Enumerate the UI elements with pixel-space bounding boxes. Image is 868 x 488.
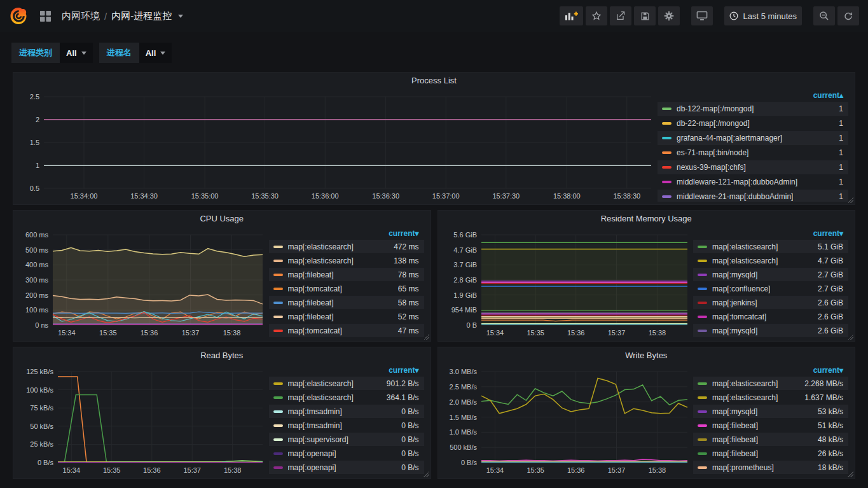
series-label[interactable]: es-71-map[:bin/node]: [677, 148, 748, 157]
time-range-picker[interactable]: Last 5 minutes: [724, 6, 802, 25]
series-label[interactable]: map[:elasticsearch]: [288, 379, 354, 388]
legend-row[interactable]: db-22-map[:/mongod]1: [658, 116, 848, 130]
legend-row[interactable]: map[:elasticsearch]2.268 MB/s: [693, 377, 848, 390]
legend-sort-header[interactable]: current▴: [658, 90, 848, 102]
series-label[interactable]: map[:mysqld]: [712, 270, 757, 279]
legend-row[interactable]: map[:elasticsearch]4.7 GiB: [693, 254, 848, 267]
series-label[interactable]: map[:mysqld]: [712, 326, 757, 335]
settings-button[interactable]: [658, 6, 680, 25]
series-color-marker[interactable]: [662, 181, 672, 183]
panel-title[interactable]: CPU Usage: [13, 211, 431, 227]
legend-row[interactable]: grafana-44-map[:alertmanager]1: [658, 131, 848, 145]
legend-row[interactable]: map[:tmsadmin]0 B/s: [269, 419, 424, 432]
series-color-marker[interactable]: [662, 195, 672, 198]
legend-row[interactable]: map[:mysqld]2.6 GiB: [693, 324, 848, 337]
series-color-marker[interactable]: [273, 260, 283, 262]
series-label[interactable]: map[:filebeat]: [712, 449, 758, 458]
legend-row[interactable]: map[:filebeat]58 ms: [269, 296, 424, 309]
series-label[interactable]: map[:jenkins]: [712, 298, 757, 307]
resident-memory-chart[interactable]: 0 B954 MiB1.9 GiB2.8 GiB3.7 GiB4.7 GiB5.…: [442, 227, 691, 338]
legend-row[interactable]: map[:tmsadmin]0 B/s: [269, 405, 424, 418]
series-label[interactable]: db-122-map[:/mongod]: [677, 104, 754, 113]
panel-title[interactable]: Write Bytes: [438, 347, 855, 364]
legend-row[interactable]: map[:tomcatcat]47 ms: [269, 324, 424, 337]
series-label[interactable]: map[:confluence]: [712, 284, 770, 293]
series-label[interactable]: map[:elasticsearch]: [712, 242, 778, 251]
series-color-marker[interactable]: [698, 452, 707, 455]
series-label[interactable]: map[:mysqld]: [712, 407, 757, 416]
series-color-marker[interactable]: [273, 452, 283, 455]
legend-row[interactable]: map[:elasticsearch]472 ms: [269, 240, 424, 253]
series-label[interactable]: grafana-44-map[:alertmanager]: [677, 134, 782, 143]
series-label[interactable]: map[:openapi]: [288, 449, 336, 458]
legend-row[interactable]: map[:mysqld]53 kB/s: [693, 405, 848, 418]
series-label[interactable]: map[:tmsadmin]: [288, 407, 342, 416]
series-label[interactable]: map[:elasticsearch]: [712, 379, 778, 388]
zoom-out-button[interactable]: [813, 6, 835, 25]
cpu-usage-chart[interactable]: 0 ns100 ms200 ms300 ms400 ms500 ms600 ms…: [17, 227, 266, 338]
series-color-marker[interactable]: [698, 260, 707, 262]
series-label[interactable]: map[:tomcatcat]: [288, 284, 342, 293]
series-color-marker[interactable]: [698, 246, 707, 248]
panel-resize-handle[interactable]: [424, 334, 429, 340]
series-color-marker[interactable]: [273, 302, 283, 304]
legend-row[interactable]: map[:filebeat]52 ms: [269, 310, 424, 323]
series-color-marker[interactable]: [662, 166, 672, 169]
legend-row[interactable]: map[:openapi]0 B/s: [269, 447, 424, 460]
series-label[interactable]: map[:filebeat]: [712, 435, 758, 444]
refresh-button[interactable]: [837, 6, 859, 25]
series-color-marker[interactable]: [698, 410, 707, 413]
legend-row[interactable]: map[:elasticsearch]1.637 MB/s: [693, 391, 848, 404]
series-label[interactable]: map[:filebeat]: [288, 298, 334, 307]
series-label[interactable]: map[:elasticsearch]: [712, 256, 778, 265]
series-label[interactable]: map[:tomcatcat]: [288, 326, 342, 335]
legend-row[interactable]: map[:confluence]2.7 GiB: [693, 282, 848, 295]
series-color-marker[interactable]: [698, 396, 707, 399]
star-button[interactable]: [586, 6, 607, 25]
save-button[interactable]: [634, 6, 656, 25]
legend-row[interactable]: map[:tomcatcat]65 ms: [269, 282, 424, 295]
share-button[interactable]: [610, 6, 631, 25]
series-label[interactable]: map[:elasticsearch]: [288, 393, 354, 402]
series-label[interactable]: map[:tmsadmin]: [288, 421, 342, 430]
series-color-marker[interactable]: [698, 424, 707, 427]
legend-row[interactable]: map[:elasticsearch]364.1 B/s: [269, 391, 424, 404]
series-color-marker[interactable]: [273, 316, 283, 318]
series-color-marker[interactable]: [273, 330, 283, 332]
legend-row[interactable]: map[:mysqld]2.7 GiB: [693, 268, 848, 281]
series-label[interactable]: map[:supervisord]: [288, 435, 348, 444]
series-color-marker[interactable]: [698, 288, 707, 290]
series-color-marker[interactable]: [273, 438, 283, 441]
legend-row[interactable]: map[:elasticsearch]138 ms: [269, 254, 424, 267]
legend-row[interactable]: map[:filebeat]51 kB/s: [693, 419, 848, 432]
legend-row[interactable]: map[:supervisord]0 B/s: [269, 433, 424, 446]
legend-row[interactable]: map[:filebeat]26 kB/s: [693, 447, 848, 460]
series-color-marker[interactable]: [698, 302, 707, 304]
legend-row[interactable]: map[:elasticsearch]901.2 B/s: [269, 377, 424, 390]
series-color-marker[interactable]: [273, 396, 283, 399]
series-color-marker[interactable]: [698, 382, 707, 385]
legend-row[interactable]: map[:elasticsearch]5.1 GiB: [693, 240, 848, 253]
series-label[interactable]: map[:elasticsearch]: [288, 242, 354, 251]
filter-value-dropdown[interactable]: All: [60, 43, 93, 63]
add-panel-button[interactable]: [560, 6, 583, 25]
series-label[interactable]: map[:tomcatcat]: [712, 312, 766, 321]
series-label[interactable]: nexus-39-map[:chfs]: [677, 163, 746, 172]
legend-row[interactable]: map[:filebeat]78 ms: [269, 268, 424, 281]
grafana-logo[interactable]: [9, 6, 29, 26]
series-label[interactable]: db-22-map[:/mongod]: [677, 119, 750, 128]
panel-resize-handle[interactable]: [848, 197, 853, 203]
write-bytes-chart[interactable]: 0 B/s500 kB/s1.0 MB/s1.5 MB/s2.0 MB/s2.5…: [442, 364, 691, 476]
series-color-marker[interactable]: [662, 137, 672, 139]
series-color-marker[interactable]: [698, 330, 707, 332]
panel-title[interactable]: Process List: [13, 73, 855, 89]
read-bytes-chart[interactable]: 0 B/s25 kB/s50 kB/s75 kB/s100 kB/s125 kB…: [17, 364, 266, 476]
process-list-chart[interactable]: 0.511.522.515:34:0015:34:3015:35:0015:35…: [17, 89, 655, 202]
series-color-marker[interactable]: [273, 410, 283, 413]
series-label[interactable]: map[:openapi]: [288, 463, 336, 472]
legend-row[interactable]: middleware-121-map[:dubboAdmin]1: [658, 175, 848, 189]
breadcrumb-folder[interactable]: 内网环境: [62, 10, 100, 22]
legend-row[interactable]: map[:filebeat]48 kB/s: [693, 433, 848, 446]
panel-resize-handle[interactable]: [424, 471, 429, 477]
series-color-marker[interactable]: [273, 382, 283, 385]
